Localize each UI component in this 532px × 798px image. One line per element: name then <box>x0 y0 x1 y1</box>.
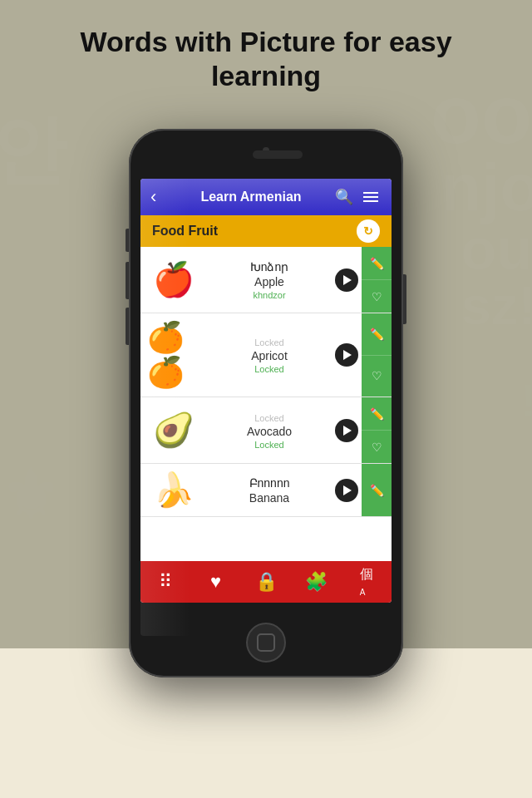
home-button-inner <box>257 633 275 652</box>
apple-actions <box>332 247 362 313</box>
banana-info: Բnnnnn Banana <box>207 464 332 516</box>
play-icon <box>343 275 352 285</box>
avocado-side-actions: ✏️ ♡ <box>362 397 392 463</box>
heart-icon: ♡ <box>372 369 382 382</box>
play-icon <box>343 350 352 360</box>
phone-button-vol-up <box>126 262 129 299</box>
apricot-image: 🍊🍊 <box>140 313 207 397</box>
tab-bar: ⠿ ♥ 🔒 🧩 個A <box>140 561 392 603</box>
phone-home-button[interactable] <box>246 623 286 663</box>
play-button[interactable] <box>335 419 358 442</box>
browse-tab[interactable]: ⠿ <box>140 561 190 603</box>
favorite-button[interactable]: ♡ <box>362 356 392 397</box>
play-button[interactable] <box>335 343 358 367</box>
phone-button-vol-down <box>126 308 129 345</box>
phone-frame: ‹ Learn Armenian 🔍 Food Fruit ↻ 🍎 <box>129 129 403 677</box>
table-row: 🥑 Locked Avocado Locked ✏️ <box>140 397 392 464</box>
phonetic-text: khndzor <box>210 290 328 300</box>
english-text: Avocado <box>210 425 328 438</box>
table-row: 🍎 Խnձnր Apple khndzor ✏️ <box>140 247 392 313</box>
back-button[interactable]: ‹ <box>150 186 167 208</box>
locked-label-bottom: Locked <box>210 440 328 450</box>
translate-tab[interactable]: 個A <box>342 561 392 603</box>
avocado-image: 🥑 <box>140 397 207 463</box>
pencil-icon: ✏️ <box>370 484 384 497</box>
play-icon <box>343 426 352 436</box>
favorite-button[interactable]: ♡ <box>362 431 392 463</box>
edit-button[interactable]: ✏️ <box>362 313 392 356</box>
locked-label-bottom: Locked <box>210 364 328 374</box>
search-icon[interactable]: 🔍 <box>335 188 353 206</box>
quiz-tab[interactable]: 🧩 <box>291 561 341 603</box>
armenian-text: Խnձnր <box>210 260 328 273</box>
phone-screen: ‹ Learn Armenian 🔍 Food Fruit ↻ 🍎 <box>140 179 392 603</box>
phone-button-power <box>403 274 406 324</box>
apricot-actions <box>332 313 362 397</box>
apple-side-actions: ✏️ ♡ <box>362 247 392 313</box>
apple-info: Խnձnր Apple khndzor <box>207 247 332 313</box>
english-text: Banana <box>210 491 328 505</box>
headline: Words with Picture for easy learning <box>0 25 532 93</box>
rotate-icon[interactable]: ↻ <box>357 219 380 243</box>
edit-button[interactable]: ✏️ <box>362 397 392 431</box>
puzzle-icon: 🧩 <box>305 571 328 593</box>
nav-title: Learn Armenian <box>174 190 328 204</box>
apricot-info: Locked Apricot Locked <box>207 313 332 397</box>
heart-icon: ♡ <box>372 441 382 454</box>
phone-speaker <box>253 150 303 159</box>
apricot-side-actions: ✏️ ♡ <box>362 313 392 397</box>
banana-side-actions: ✏️ <box>362 464 392 516</box>
play-icon <box>343 485 352 495</box>
category-bar: Food Fruit ↻ <box>140 215 392 247</box>
pencil-icon: ✏️ <box>370 328 384 341</box>
edit-button[interactable]: ✏️ <box>362 464 392 516</box>
heart-tab-icon: ♥ <box>210 571 221 593</box>
phone-button-mute <box>126 229 129 252</box>
edit-button[interactable]: ✏️ <box>362 247 392 280</box>
banana-actions <box>332 464 362 516</box>
armenian-text: Բnnnnn <box>210 476 328 490</box>
avocado-actions <box>332 397 362 463</box>
english-text: Apricot <box>210 349 328 362</box>
locked-label-top: Locked <box>210 337 328 347</box>
banana-image: 🍌 <box>140 464 207 516</box>
browse-icon: ⠿ <box>159 571 172 593</box>
pencil-icon: ✏️ <box>370 257 384 270</box>
word-list: 🍎 Խnձnր Apple khndzor ✏️ <box>140 247 392 561</box>
avocado-info: Locked Avocado Locked <box>207 397 332 463</box>
play-button[interactable] <box>335 479 358 502</box>
app-screen: ‹ Learn Armenian 🔍 Food Fruit ↻ 🍎 <box>140 179 392 603</box>
favorite-button[interactable]: ♡ <box>362 280 392 313</box>
locked-label-top: Locked <box>210 413 328 423</box>
translate-icon: 個A <box>360 566 373 598</box>
favorites-tab[interactable]: ♥ <box>190 561 240 603</box>
unlock-tab[interactable]: 🔒 <box>241 561 291 603</box>
category-title: Food Fruit <box>152 224 218 239</box>
play-button[interactable] <box>335 268 358 292</box>
table-row: 🍌 Բnnnnn Banana ✏️ <box>140 464 392 517</box>
apple-image: 🍎 <box>140 247 207 313</box>
lock-icon: 🔒 <box>255 571 278 593</box>
menu-icon[interactable] <box>360 189 382 205</box>
table-row: 🍊🍊 Locked Apricot Locked ✏️ <box>140 313 392 397</box>
navbar: ‹ Learn Armenian 🔍 <box>140 179 392 215</box>
pencil-icon: ✏️ <box>370 407 384 421</box>
heart-icon: ♡ <box>372 290 382 303</box>
english-text: Apple <box>210 275 328 288</box>
